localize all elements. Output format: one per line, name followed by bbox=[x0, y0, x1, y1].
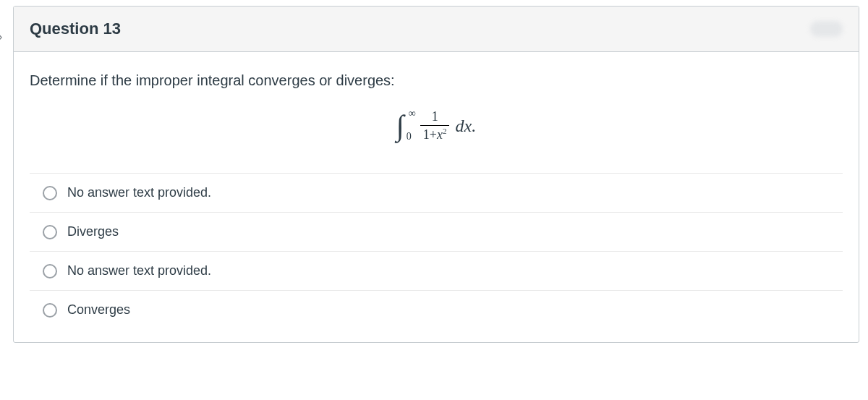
integral-lower-bound: 0 bbox=[407, 132, 412, 142]
answer-option[interactable]: No answer text provided. bbox=[30, 174, 843, 213]
radio-icon[interactable] bbox=[43, 303, 57, 318]
question-title: Question 13 bbox=[30, 20, 121, 38]
fraction-numerator: 1 bbox=[429, 109, 441, 125]
radio-icon[interactable] bbox=[43, 264, 57, 278]
answer-option[interactable]: No answer text provided. bbox=[30, 252, 843, 291]
radio-icon[interactable] bbox=[43, 186, 57, 200]
points-badge bbox=[810, 21, 843, 37]
differential: dx. bbox=[455, 116, 476, 136]
integrand-fraction: 1 1+x2 bbox=[420, 109, 450, 142]
integral-expression: ∫ ∞ 0 1 1+x2 dx. bbox=[30, 105, 843, 147]
answer-label: No answer text provided. bbox=[67, 263, 211, 278]
answer-label: Converges bbox=[67, 302, 130, 318]
integral-symbol: ∫ ∞ 0 bbox=[396, 111, 404, 140]
question-prompt: Determine if the improper integral conve… bbox=[30, 72, 843, 89]
answer-option[interactable]: Converges bbox=[30, 291, 843, 329]
answer-label: No answer text provided. bbox=[67, 185, 211, 200]
question-header: Question 13 bbox=[14, 7, 859, 52]
question-body: Determine if the improper integral conve… bbox=[14, 52, 859, 342]
question-card: Question 13 Determine if the improper in… bbox=[13, 6, 859, 343]
fraction-denominator: 1+x2 bbox=[420, 125, 450, 142]
radio-icon[interactable] bbox=[43, 225, 57, 239]
answer-option[interactable]: Diverges bbox=[30, 213, 843, 252]
collapse-chevron-icon[interactable]: › bbox=[0, 30, 2, 43]
integral-upper-bound: ∞ bbox=[409, 108, 416, 119]
answer-list: No answer text provided. Diverges No ans… bbox=[30, 173, 843, 329]
answer-label: Diverges bbox=[67, 224, 119, 239]
